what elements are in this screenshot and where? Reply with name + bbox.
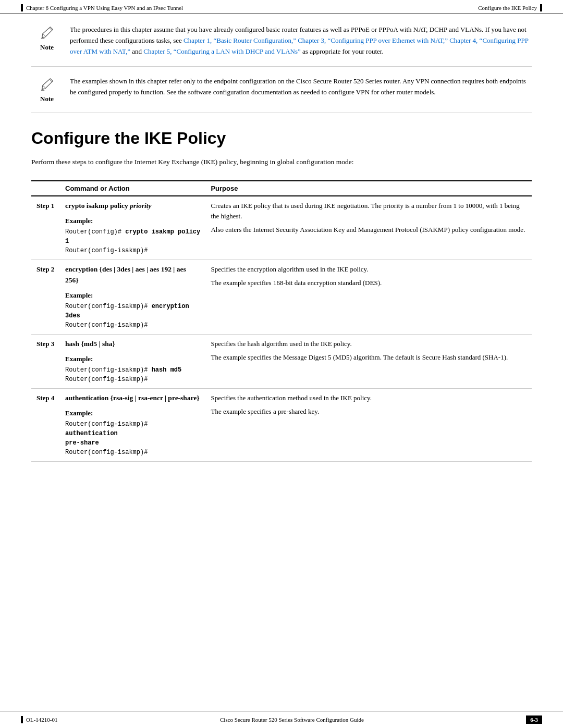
command-cell: hash {md5 | sha}Example:Router(config-is… xyxy=(60,335,205,389)
step-num-cell: Step 1 xyxy=(31,196,60,260)
step-number: Step 1 xyxy=(36,198,54,209)
step-number: Step 2 xyxy=(36,261,54,273)
table-row: Step 4authentication {rsa-sig | rsa-encr… xyxy=(31,389,532,462)
code-line: Router(config)# crypto isakmp policy 1 xyxy=(65,227,200,246)
purpose-para: The example specifies a pre-shared key. xyxy=(211,406,527,417)
footer-left-text: OL-14210-01 xyxy=(26,717,58,723)
table-row: Step 2encryption {des | 3des | aes | aes… xyxy=(31,260,532,335)
example-label: Example: xyxy=(65,216,200,226)
command-main: hash {md5 | sha} xyxy=(65,339,200,350)
col-step-num-header xyxy=(31,181,60,196)
header-bar-left xyxy=(21,4,23,11)
page-header: Chapter 6 Configuring a VPN Using Easy V… xyxy=(0,0,563,14)
note-block-1: Note The procedures in this chapter assu… xyxy=(31,24,532,67)
code-line: Router(config-isakmp)# xyxy=(65,320,200,330)
purpose-para: The example specifies 168-bit data encry… xyxy=(211,278,527,288)
command-cell: encryption {des | 3des | aes | aes 192 |… xyxy=(60,260,205,335)
header-right-text: Configure the IKE Policy xyxy=(478,5,537,11)
header-left-text: Chapter 6 Configuring a VPN Using Easy V… xyxy=(26,5,183,11)
section-heading: Configure the IKE Policy xyxy=(31,129,532,148)
col-purpose-header: Purpose xyxy=(205,181,532,196)
table-row: Step 3hash {md5 | sha}Example:Router(con… xyxy=(31,335,532,389)
col-command-header: Command or Action xyxy=(60,181,205,196)
note-icon-col-2: Note xyxy=(31,76,63,103)
command-cell: crypto isakmp policy priorityExample:Rou… xyxy=(60,196,205,260)
note-text-2: The examples shown in this chapter refer… xyxy=(70,76,532,103)
page-footer: OL-14210-01 Cisco Secure Router 520 Seri… xyxy=(0,711,563,728)
note1-link1[interactable]: Chapter 1, “Basic Router Configuration,” xyxy=(183,36,296,44)
purpose-para: The example specifies the Message Digest… xyxy=(211,352,527,363)
page-content: Note The procedures in this chapter assu… xyxy=(0,14,563,493)
steps-table: Command or Action Purpose Step 1crypto i… xyxy=(31,180,532,462)
footer-left: OL-14210-01 xyxy=(21,716,58,723)
code-line: Router(config-isakmp)# xyxy=(65,448,200,457)
purpose-para: Specifies the authentication method used… xyxy=(211,393,527,403)
purpose-para: Specifies the encryption algorithm used … xyxy=(211,264,527,275)
header-bar-right xyxy=(540,4,542,11)
command-main: crypto isakmp policy priority xyxy=(65,201,200,212)
note-pencil-icon-1 xyxy=(39,24,55,41)
example-label: Example: xyxy=(65,354,200,364)
code-line: Router(config-isakmp)# xyxy=(65,246,200,255)
note-icon-col-1: Note xyxy=(31,24,63,57)
note-label-2: Note xyxy=(40,95,54,103)
command-main: encryption {des | 3des | aes | aes 192 |… xyxy=(65,264,200,286)
code-line: Router(config-isakmp)# authentication xyxy=(65,419,200,438)
note-label-1: Note xyxy=(40,43,54,52)
code-line: Router(config-isakmp)# hash md5 xyxy=(65,365,200,375)
table-row: Step 1crypto isakmp policy priorityExamp… xyxy=(31,196,532,260)
purpose-cell: Specifies the encryption algorithm used … xyxy=(205,260,532,335)
footer-center-text: Cisco Secure Router 520 Series Software … xyxy=(220,717,364,723)
purpose-para: Also enters the Internet Security Associ… xyxy=(211,225,527,235)
note-text-1: The procedures in this chapter assume th… xyxy=(70,24,532,57)
purpose-para: Creates an IKE policy that is used durin… xyxy=(211,201,527,221)
purpose-cell: Specifies the authentication method used… xyxy=(205,389,532,462)
code-line: Router(config-isakmp)# encryption 3des xyxy=(65,302,200,320)
purpose-para: Specifies the hash algorithm used in the… xyxy=(211,339,527,349)
purpose-cell: Specifies the hash algorithm used in the… xyxy=(205,335,532,389)
section-intro: Perform these steps to configure the Int… xyxy=(31,156,532,168)
command-cell: authentication {rsa-sig | rsa-encr | pre… xyxy=(60,389,205,462)
step-number: Step 4 xyxy=(36,390,54,402)
header-left: Chapter 6 Configuring a VPN Using Easy V… xyxy=(21,4,183,11)
step-num-cell: Step 3 xyxy=(31,335,60,389)
example-label: Example: xyxy=(65,408,200,418)
code-line: pre-share xyxy=(65,438,200,448)
example-label: Example: xyxy=(65,290,200,301)
step-num-cell: Step 4 xyxy=(31,389,60,462)
command-main: authentication {rsa-sig | rsa-encr | pre… xyxy=(65,393,200,404)
header-right: Configure the IKE Policy xyxy=(478,4,542,11)
note-pencil-icon-2 xyxy=(39,76,55,93)
table-header-row: Command or Action Purpose xyxy=(31,181,532,196)
purpose-cell: Creates an IKE policy that is used durin… xyxy=(205,196,532,260)
step-num-cell: Step 2 xyxy=(31,260,60,335)
code-line: Router(config-isakmp)# xyxy=(65,375,200,384)
footer-bar-left xyxy=(21,716,23,723)
note1-link4[interactable]: Chapter 5, “Configuring a LAN with DHCP … xyxy=(143,47,301,55)
step-number: Step 3 xyxy=(36,336,54,348)
footer-page-num: 6-3 xyxy=(526,715,542,724)
note-block-2: Note The examples shown in this chapter … xyxy=(31,76,532,113)
note1-link2[interactable]: Chapter 3, “Configuring PPP over Etherne… xyxy=(298,36,448,44)
